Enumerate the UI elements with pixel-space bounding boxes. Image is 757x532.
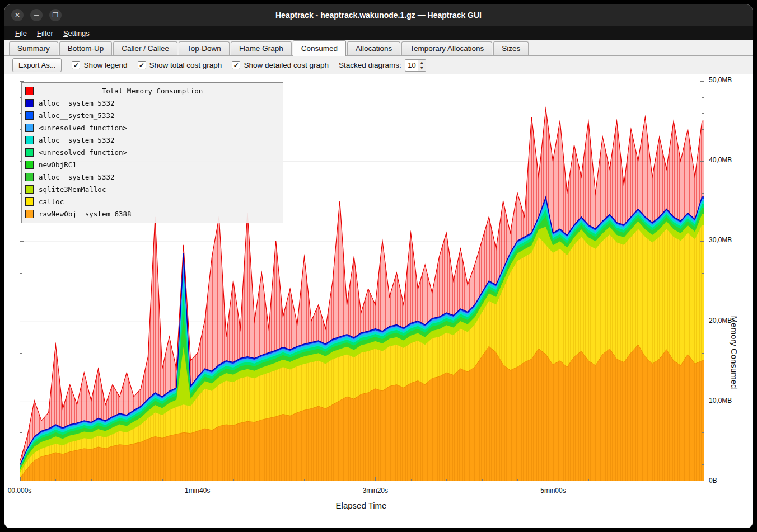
show-detailed-cost-label: Show detailed cost graph <box>244 61 329 69</box>
legend-label: sqlite3MemMalloc <box>39 185 106 194</box>
show-total-cost-label: Show total cost graph <box>149 61 222 69</box>
legend-label: <unresolved function> <box>39 148 127 157</box>
tab-bar: Summary Bottom-Up Caller / Callee Top-Do… <box>4 40 753 56</box>
app-window: ✕ ─ ❐ Heaptrack - heaptrack.wakunode.1.g… <box>4 4 753 528</box>
legend-item: alloc__system_5332 <box>22 109 283 121</box>
y-tick-label: 30,0MB <box>709 236 732 244</box>
stacked-diagrams-group: Stacked diagrams: 10 ▲ ▼ <box>339 59 426 72</box>
legend-swatch <box>25 99 34 107</box>
y-tick-label: 0B <box>709 477 717 484</box>
legend-item: calloc <box>22 195 283 208</box>
legend-swatch <box>25 136 34 144</box>
titlebar[interactable]: ✕ ─ ❐ Heaptrack - heaptrack.wakunode.1.g… <box>4 4 753 26</box>
close-icon: ✕ <box>15 12 20 18</box>
y-tick-label: 20,0MB <box>709 317 732 324</box>
x-tick-label: 1min40s <box>185 487 210 495</box>
tab-top-down[interactable]: Top-Down <box>179 41 230 55</box>
y-axis-title: Memory Consumed <box>730 316 739 389</box>
spin-up-icon[interactable]: ▲ <box>418 60 426 65</box>
show-total-cost-checkbox[interactable]: ✓ <box>138 61 146 69</box>
maximize-icon: ❐ <box>53 12 59 18</box>
legend-item: alloc__system_5332 <box>22 171 283 183</box>
minimize-button[interactable]: ─ <box>30 9 43 21</box>
menu-filter[interactable]: Filter <box>32 27 58 40</box>
legend-swatch <box>25 124 34 132</box>
stacked-diagrams-spinner[interactable]: 10 ▲ ▼ <box>405 59 426 72</box>
window-title: Heaptrack - heaptrack.wakunode.1.gz — He… <box>4 11 753 20</box>
tab-caller-callee[interactable]: Caller / Callee <box>113 41 177 55</box>
spin-down-icon[interactable]: ▼ <box>418 65 426 71</box>
tab-allocations[interactable]: Allocations <box>347 41 400 55</box>
legend-swatch <box>25 185 34 194</box>
minimize-icon: ─ <box>34 12 39 18</box>
export-as-button[interactable]: Export As... <box>12 58 62 72</box>
show-legend-checkbox-group[interactable]: ✓ Show legend <box>72 61 127 69</box>
legend-label: alloc__system_5332 <box>39 99 114 107</box>
close-button[interactable]: ✕ <box>11 9 24 21</box>
toolbar: Export As... ✓ Show legend ✓ Show total … <box>4 56 753 74</box>
legend-swatch <box>25 197 34 206</box>
chart-region: Total Memory Consumption alloc__system_5… <box>4 74 753 528</box>
y-tick-label: 10,0MB <box>709 397 732 404</box>
legend-swatch <box>25 173 34 181</box>
x-axis-title: Elapsed Time <box>336 501 387 510</box>
legend-label: alloc__system_5332 <box>39 111 114 120</box>
legend-label: alloc__system_5332 <box>39 173 114 181</box>
show-detailed-cost-checkbox[interactable]: ✓ <box>232 61 240 69</box>
legend-label: calloc <box>39 197 64 206</box>
show-legend-checkbox[interactable]: ✓ <box>72 61 80 69</box>
x-tick-label: 00.000s <box>8 487 32 495</box>
memory-consumption-chart[interactable]: Total Memory Consumption alloc__system_5… <box>20 81 704 481</box>
legend-swatch <box>25 148 34 157</box>
y-tick-label: 50,0MB <box>709 76 732 84</box>
tab-consumed[interactable]: Consumed <box>293 40 346 56</box>
window-controls: ✕ ─ ❐ <box>4 9 62 21</box>
maximize-button[interactable]: ❐ <box>49 9 62 21</box>
legend-item: alloc__system_5332 <box>22 134 283 146</box>
legend-label: newObjRC1 <box>39 161 77 169</box>
check-icon: ✓ <box>233 62 239 69</box>
legend-item: <unresolved function> <box>22 146 283 158</box>
show-total-cost-checkbox-group[interactable]: ✓ Show total cost graph <box>138 61 222 69</box>
tab-bottom-up[interactable]: Bottom-Up <box>59 41 113 55</box>
show-detailed-cost-checkbox-group[interactable]: ✓ Show detailed cost graph <box>232 61 329 69</box>
check-icon: ✓ <box>73 62 79 69</box>
legend-title: Total Memory Consumption <box>22 87 283 95</box>
menu-settings[interactable]: Settings <box>58 27 95 40</box>
legend-item: newObjRC1 <box>22 158 283 171</box>
legend-swatch <box>25 210 34 218</box>
x-tick-label: 5min00s <box>540 487 566 495</box>
x-tick-label: 3min20s <box>363 487 388 495</box>
stacked-diagrams-label: Stacked diagrams: <box>339 61 401 69</box>
stacked-diagrams-value[interactable]: 10 <box>405 60 418 71</box>
legend-item: alloc__system_5332 <box>22 97 283 109</box>
y-tick-label: 40,0MB <box>709 156 732 164</box>
legend-item: sqlite3MemMalloc <box>22 183 283 195</box>
chart-legend: Total Memory Consumption alloc__system_5… <box>21 82 283 223</box>
legend-swatch <box>25 161 34 169</box>
legend-item: <unresolved function> <box>22 121 283 134</box>
tab-flame-graph[interactable]: Flame Graph <box>231 41 292 55</box>
tab-sizes[interactable]: Sizes <box>493 41 529 55</box>
legend-swatch <box>25 111 34 120</box>
show-legend-label: Show legend <box>83 61 127 69</box>
tab-summary[interactable]: Summary <box>9 41 58 55</box>
legend-title-row: Total Memory Consumption <box>22 84 283 97</box>
legend-label: alloc__system_5332 <box>39 136 114 144</box>
tab-temporary-allocations[interactable]: Temporary Allocations <box>401 41 492 55</box>
menubar: File Filter Settings <box>4 26 753 40</box>
check-icon: ✓ <box>139 62 144 69</box>
legend-item: rawNewObj__system_6388 <box>22 208 283 220</box>
menu-file[interactable]: File <box>10 27 32 40</box>
legend-label: <unresolved function> <box>39 124 127 132</box>
legend-label: rawNewObj__system_6388 <box>39 210 132 218</box>
